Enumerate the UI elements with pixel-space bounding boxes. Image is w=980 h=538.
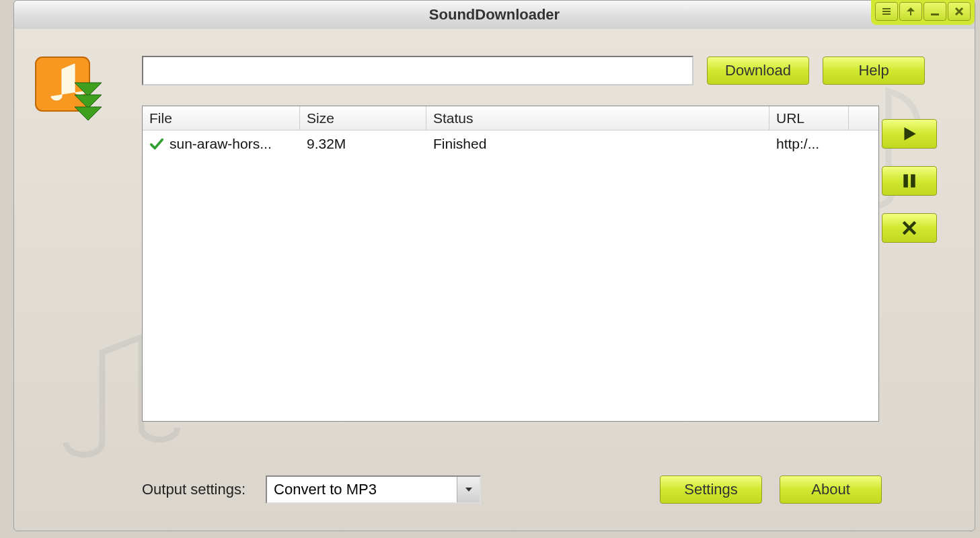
window-title: SoundDownloader <box>429 6 560 24</box>
side-buttons <box>882 119 937 243</box>
cancel-icon <box>901 219 918 237</box>
window-close-button[interactable] <box>948 2 971 21</box>
svg-rect-2 <box>882 13 891 15</box>
window-ontop-button[interactable] <box>899 2 922 21</box>
column-header-url[interactable]: URL <box>769 106 849 130</box>
cell-url: http:/... <box>776 136 819 152</box>
stop-button[interactable] <box>882 213 937 243</box>
play-icon <box>901 125 918 143</box>
column-header-status[interactable]: Status <box>426 106 769 130</box>
svg-rect-7 <box>911 174 915 188</box>
svg-rect-0 <box>882 8 891 9</box>
download-button[interactable]: Download <box>707 56 809 85</box>
window-controls <box>871 0 975 25</box>
help-button[interactable]: Help <box>823 56 925 85</box>
output-select-value: Convert to MP3 <box>274 481 377 498</box>
table-header: File Size Status URL <box>143 106 878 130</box>
svg-rect-3 <box>910 11 911 15</box>
cell-status: Finished <box>433 136 486 152</box>
table-row[interactable]: sun-araw-hors... 9.32M Finished http:/..… <box>143 130 878 157</box>
downloads-table: File Size Status URL sun-araw-hors... <box>142 106 879 422</box>
settings-button[interactable]: Settings <box>660 475 762 504</box>
column-header-size[interactable]: Size <box>300 106 426 130</box>
chevron-down-icon <box>457 477 480 502</box>
cell-file: sun-araw-hors... <box>169 136 272 152</box>
pause-icon <box>901 172 918 190</box>
check-icon <box>149 137 164 151</box>
play-button[interactable] <box>882 119 937 149</box>
pause-button[interactable] <box>882 166 937 196</box>
app-window: SoundDownloader <box>13 0 975 531</box>
titlebar: SoundDownloader <box>14 1 975 29</box>
url-row: Download Help <box>142 56 967 85</box>
column-header-file[interactable]: File <box>143 106 300 130</box>
output-settings-label: Output settings: <box>142 481 246 498</box>
about-button[interactable]: About <box>780 475 882 504</box>
content-area: Download Help File Size Status URL <box>14 29 975 531</box>
window-menu-button[interactable] <box>875 2 898 21</box>
app-logo-icon <box>34 56 102 123</box>
column-header-spacer <box>849 106 878 130</box>
svg-rect-4 <box>931 13 939 15</box>
window-minimize-button[interactable] <box>924 2 946 21</box>
output-settings-select[interactable]: Convert to MP3 <box>266 475 481 504</box>
cell-size: 9.32M <box>307 136 346 152</box>
svg-rect-1 <box>882 11 891 12</box>
bottom-row: Output settings: Convert to MP3 Settings… <box>142 475 882 504</box>
table-body[interactable]: sun-araw-hors... 9.32M Finished http:/..… <box>143 130 878 421</box>
main-panel: Download Help File Size Status URL <box>142 56 967 422</box>
url-input[interactable] <box>142 56 693 85</box>
svg-rect-6 <box>903 174 908 188</box>
